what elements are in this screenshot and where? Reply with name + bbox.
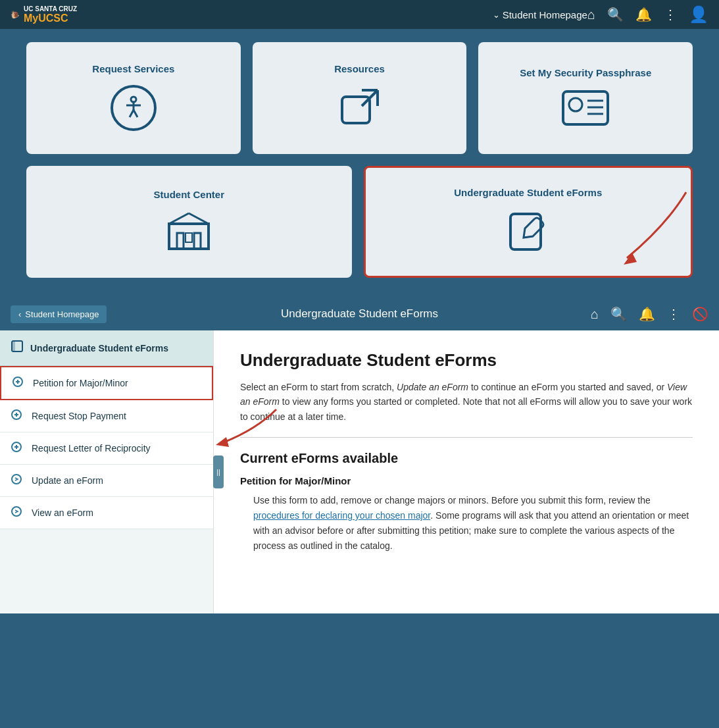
content-description: Select an eForm to start from scratch, U…	[240, 380, 693, 424]
sidebar-item-stop-payment[interactable]: Request Stop Payment	[0, 400, 213, 432]
more-options-icon[interactable]: ⋮	[664, 7, 677, 22]
sidebar-update-eform-label: Update an eForm	[32, 475, 103, 486]
subsection-petition-title: Petition for Major/Minor	[240, 475, 693, 486]
sidebar-reciprocity-label: Request Letter of Reciprocity	[32, 443, 151, 454]
back-chevron-icon: ‹	[18, 309, 21, 319]
tile-row-1: Request Services Resources	[26, 42, 693, 154]
sidebar-collapse-button[interactable]: ||	[213, 455, 224, 488]
search-icon[interactable]: 🔍	[607, 7, 624, 22]
sidebar-petition-label: Petition for Major/Minor	[33, 378, 128, 388]
accessibility-icon	[111, 85, 157, 131]
section-title: Current eForms available	[240, 451, 693, 466]
tile-resources[interactable]: Resources	[253, 42, 467, 154]
myucsc-logo-text: MyUCSC	[24, 13, 77, 24]
second-home-icon[interactable]: ⌂	[591, 307, 599, 322]
svg-rect-20	[186, 233, 192, 242]
back-label: Student Homepage	[25, 309, 99, 319]
home-icon[interactable]: ⌂	[587, 7, 595, 22]
content-divider	[240, 437, 693, 438]
svg-line-16	[169, 213, 189, 224]
tile-request-services[interactable]: Request Services	[26, 42, 241, 154]
svg-point-36	[12, 475, 21, 484]
svg-rect-26	[12, 341, 15, 351]
svg-line-17	[189, 213, 209, 224]
top-nav-center: ⌄ Student Homepage	[493, 9, 587, 20]
sidebar-stop-payment-label: Request Stop Payment	[32, 411, 126, 421]
second-more-icon[interactable]: ⋮	[667, 306, 680, 322]
tile-request-services-label: Request Services	[92, 63, 174, 74]
sidebar-update-icon	[11, 473, 25, 488]
tile-security-label: Set My Security Passphrase	[520, 67, 651, 78]
main-content-area: Undergraduate Student eForms Petition fo…	[0, 330, 719, 613]
uc-logo: 🐌	[11, 11, 20, 18]
sidebar-header-icon	[11, 340, 24, 356]
sidebar-item-update-eform[interactable]: Update an eForm	[0, 465, 213, 497]
sidebar-stop-payment-icon	[11, 409, 25, 423]
sidebar-header-label: Undergraduate Student eForms	[30, 343, 168, 353]
tile-resources-label: Resources	[334, 63, 385, 74]
avatar-icon[interactable]: 👤	[689, 5, 708, 24]
content-panel: Undergraduate Student eForms Select an e…	[214, 330, 719, 613]
external-link-icon	[337, 85, 383, 131]
sidebar-item-reciprocity[interactable]: Request Letter of Reciprocity	[0, 432, 213, 465]
sidebar-view-eform-label: View an eForm	[32, 507, 93, 518]
second-search-icon[interactable]: 🔍	[610, 306, 627, 322]
sidebar-item-view-eform[interactable]: View an eForm	[0, 497, 213, 529]
sidebar-reciprocity-icon	[11, 441, 25, 455]
top-nav-page-label: Student Homepage	[503, 9, 587, 20]
tile-student-center-label: Student Center	[153, 189, 224, 200]
tile-grid: Request Services Resources	[0, 29, 719, 298]
procedures-link[interactable]: procedures for declaring your chosen maj…	[253, 510, 430, 521]
content-title: Undergraduate Student eForms	[240, 350, 693, 371]
building-icon	[165, 211, 212, 253]
svg-line-22	[525, 219, 534, 228]
tile-student-center[interactable]: Student Center	[26, 166, 352, 278]
svg-point-37	[12, 507, 21, 516]
second-nav-bar: ‹ Student Homepage Undergraduate Student…	[0, 298, 719, 330]
second-no-entry-icon[interactable]: 🚫	[692, 306, 708, 322]
logo-area: 🐌 UC SANTA CRUZ MyUCSC	[11, 5, 493, 24]
tile-eforms-label: Undergraduate Student eForms	[454, 187, 602, 198]
tile-security-passphrase[interactable]: Set My Security Passphrase	[478, 42, 693, 154]
sidebar: Undergraduate Student eForms Petition fo…	[0, 330, 214, 613]
top-nav-icons[interactable]: ⌂ 🔍 🔔 ⋮ 👤	[587, 5, 708, 24]
second-nav-icons[interactable]: ⌂ 🔍 🔔 ⋮ 🚫	[591, 306, 708, 322]
bell-icon[interactable]: 🔔	[635, 7, 652, 22]
svg-rect-19	[194, 233, 201, 249]
tile-row-2: Student Center Undergraduate Student eFo…	[26, 166, 693, 278]
sidebar-view-icon	[11, 506, 25, 520]
subsection-petition-desc: Use this form to add, remove or change m…	[240, 493, 693, 554]
edit-form-icon	[505, 209, 551, 255]
tile-section: Request Services Resources	[0, 29, 719, 298]
back-button[interactable]: ‹ Student Homepage	[11, 305, 107, 323]
tile-eforms[interactable]: Undergraduate Student eForms	[364, 166, 693, 278]
collapse-icon: ||	[216, 468, 220, 476]
sidebar-header: Undergraduate Student eForms	[0, 330, 213, 366]
svg-point-10	[569, 98, 582, 111]
sidebar-item-petition[interactable]: Petition for Major/Minor	[0, 366, 213, 400]
top-nav-bar: 🐌 UC SANTA CRUZ MyUCSC ⌄ Student Homepag…	[0, 0, 719, 29]
svg-rect-18	[177, 233, 184, 249]
second-nav-title: Undergraduate Student eForms	[281, 307, 438, 321]
svg-line-4	[134, 110, 137, 117]
svg-rect-14	[169, 224, 209, 249]
uc-santa-cruz-text: UC SANTA CRUZ	[24, 5, 77, 13]
second-bell-icon[interactable]: 🔔	[639, 306, 655, 322]
sidebar-petition-icon	[12, 376, 26, 390]
id-card-icon	[561, 89, 610, 127]
svg-line-3	[130, 110, 134, 117]
svg-point-0	[131, 97, 136, 102]
